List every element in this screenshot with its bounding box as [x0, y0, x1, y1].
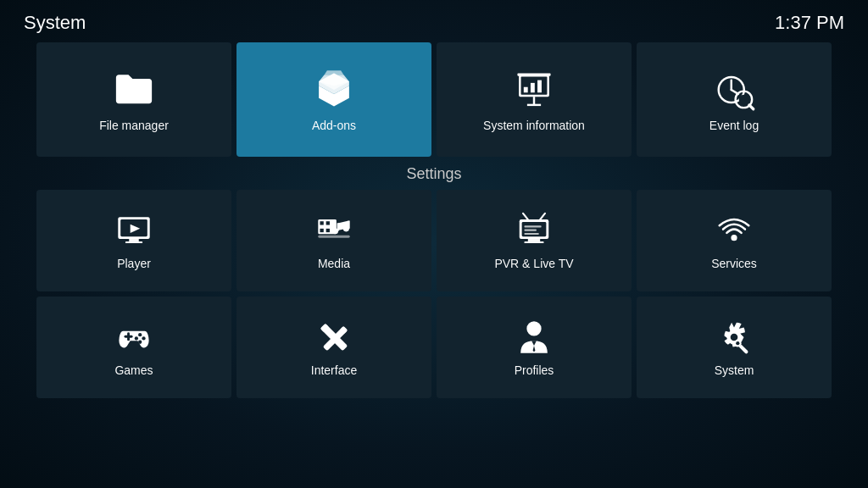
- tile-system-information[interactable]: System information: [437, 42, 632, 157]
- svg-rect-38: [525, 233, 539, 235]
- svg-rect-2: [524, 86, 528, 92]
- pvr-icon: [515, 211, 554, 250]
- svg-point-42: [138, 333, 142, 336]
- tile-file-manager[interactable]: File manager: [36, 42, 231, 157]
- svg-rect-23: [320, 229, 323, 232]
- svg-rect-41: [127, 332, 130, 341]
- settings-title: Settings: [0, 165, 868, 183]
- svg-rect-3: [531, 82, 535, 92]
- svg-point-54: [736, 341, 739, 345]
- tile-interface[interactable]: Interface: [236, 297, 431, 398]
- svg-point-43: [142, 336, 145, 340]
- tile-event-log[interactable]: Event log: [637, 42, 832, 157]
- services-icon: [715, 211, 754, 250]
- svg-rect-24: [326, 229, 330, 232]
- tile-event-log-label: Event log: [709, 119, 759, 132]
- svg-rect-7: [518, 73, 551, 75]
- svg-point-45: [138, 341, 142, 344]
- system-info-icon: [512, 68, 556, 112]
- svg-rect-21: [320, 221, 323, 225]
- tile-services-label: Services: [711, 257, 757, 270]
- svg-rect-34: [528, 239, 540, 241]
- svg-point-44: [135, 336, 138, 340]
- event-log-icon: [712, 68, 756, 112]
- svg-rect-18: [129, 239, 139, 241]
- page-title: System: [24, 12, 86, 34]
- player-icon: [114, 211, 153, 250]
- tile-media[interactable]: Media: [236, 190, 431, 291]
- svg-rect-22: [326, 221, 330, 225]
- tile-add-ons[interactable]: Add-ons: [236, 42, 431, 157]
- tile-system-info-label: System information: [483, 119, 585, 132]
- svg-line-14: [749, 104, 754, 108]
- addons-icon: [312, 68, 356, 112]
- folder-icon: [112, 68, 156, 112]
- header: System 1:37 PM: [0, 0, 868, 42]
- tile-media-label: Media: [318, 257, 350, 270]
- tile-system-label: System: [715, 363, 754, 377]
- tile-games[interactable]: Games: [36, 297, 231, 398]
- tile-add-ons-label: Add-ons: [312, 119, 356, 132]
- tile-system[interactable]: System: [637, 297, 832, 398]
- svg-rect-27: [337, 223, 339, 230]
- svg-rect-37: [525, 230, 537, 231]
- interface-icon: [314, 318, 353, 357]
- tile-file-manager-label: File manager: [99, 119, 169, 132]
- profiles-icon: [515, 318, 554, 357]
- tile-pvr-label: PVR & Live TV: [494, 257, 573, 270]
- tile-interface-label: Interface: [311, 363, 357, 377]
- tile-profiles[interactable]: Profiles: [437, 297, 632, 398]
- svg-rect-35: [525, 241, 544, 243]
- settings-row-2: Games Interface: [0, 297, 868, 398]
- svg-rect-19: [125, 241, 142, 243]
- svg-rect-28: [348, 221, 350, 229]
- svg-point-39: [731, 235, 737, 241]
- tile-profiles-label: Profiles: [515, 363, 554, 377]
- svg-point-52: [731, 334, 738, 341]
- settings-section: Settings Player: [0, 165, 868, 398]
- svg-point-50: [526, 321, 541, 336]
- tile-services[interactable]: Services: [637, 190, 832, 291]
- clock: 1:37 PM: [775, 12, 844, 34]
- svg-rect-4: [537, 80, 542, 92]
- media-icon: [314, 211, 353, 250]
- svg-rect-29: [318, 236, 349, 238]
- games-icon: [114, 318, 153, 357]
- tile-player[interactable]: Player: [36, 190, 231, 291]
- settings-row-1: Player Media: [0, 190, 868, 291]
- system-settings-icon: [715, 318, 754, 357]
- tile-games-label: Games: [114, 363, 153, 377]
- tile-player-label: Player: [117, 257, 151, 270]
- tile-pvr-live-tv[interactable]: PVR & Live TV: [437, 190, 632, 291]
- svg-line-33: [540, 214, 545, 219]
- svg-rect-36: [525, 225, 542, 227]
- svg-line-32: [523, 214, 528, 219]
- top-tiles-row: File manager Add-ons: [0, 42, 868, 157]
- svg-point-13: [739, 94, 748, 103]
